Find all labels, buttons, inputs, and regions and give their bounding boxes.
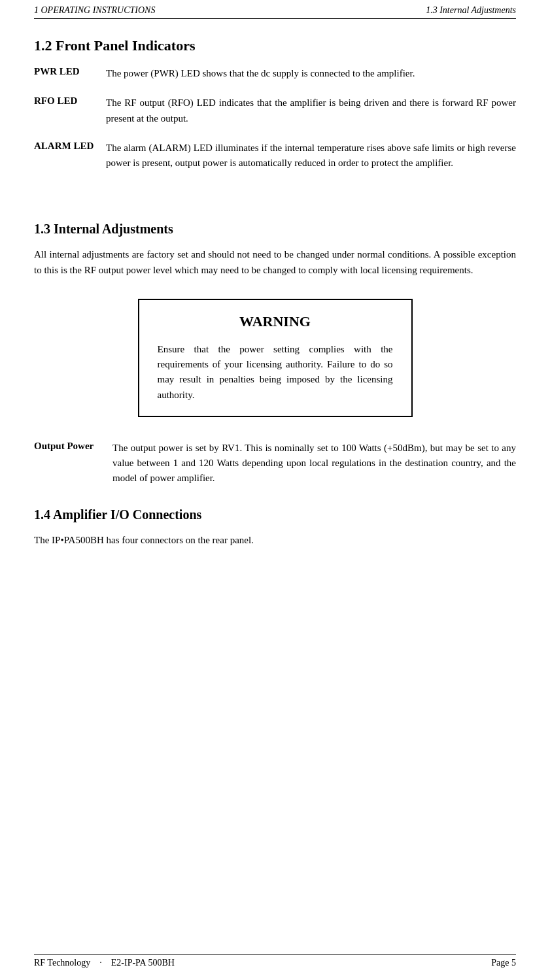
alarm-led-entry: ALARM LED The alarm (ALARM) LED illumina… xyxy=(34,141,516,171)
footer-separator: · xyxy=(99,958,102,968)
rfo-led-entry: RFO LED The RF output (RFO) LED indicate… xyxy=(34,95,516,126)
footer-left: RF Technology · E2-IP-PA 500BH xyxy=(34,958,175,968)
alarm-led-text: The alarm (ALARM) LED illuminates if the… xyxy=(106,141,516,171)
section-13-heading: 1.3 Internal Adjustments xyxy=(34,222,516,237)
alarm-led-label: ALARM LED xyxy=(34,141,106,152)
page-header: 1 OPERATING INSTRUCTIONS 1.3 Internal Ad… xyxy=(34,0,516,19)
pwr-led-label: PWR LED xyxy=(34,66,106,77)
section-14-heading: 1.4 Amplifier I/O Connections xyxy=(34,507,516,522)
header-right: 1.3 Internal Adjustments xyxy=(426,5,516,16)
footer-company: RF Technology xyxy=(34,958,90,968)
spacer-1 xyxy=(34,185,516,203)
output-power-label: Output Power xyxy=(34,441,112,452)
section-12: 1.2 Front Panel Indicators PWR LED The p… xyxy=(34,37,516,171)
section-14-text: The IP•PA500BH has four connectors on th… xyxy=(34,533,516,548)
pwr-led-text: The power (PWR) LED shows that the dc su… xyxy=(106,66,516,81)
section-14: 1.4 Amplifier I/O Connections The IP•PA5… xyxy=(34,507,516,548)
warning-text: Ensure that the power setting complies w… xyxy=(158,342,393,403)
section-13-intro: All internal adjustments are factory set… xyxy=(34,247,516,278)
rfo-led-text: The RF output (RFO) LED indicates that t… xyxy=(106,95,516,126)
pwr-led-entry: PWR LED The power (PWR) LED shows that t… xyxy=(34,66,516,81)
main-content: 1.2 Front Panel Indicators PWR LED The p… xyxy=(34,19,516,548)
section-13: 1.3 Internal Adjustments All internal ad… xyxy=(34,222,516,486)
warning-title: WARNING xyxy=(158,313,393,330)
warning-container: WARNING Ensure that the power setting co… xyxy=(34,299,516,417)
page-container: 1 OPERATING INSTRUCTIONS 1.3 Internal Ad… xyxy=(0,0,550,980)
output-power-entry: Output Power The output power is set by … xyxy=(34,441,516,486)
output-power-text: The output power is set by RV1. This is … xyxy=(112,441,516,486)
footer-product: E2-IP-PA 500BH xyxy=(111,958,175,968)
footer-page: Page 5 xyxy=(491,958,516,968)
page-footer: RF Technology · E2-IP-PA 500BH Page 5 xyxy=(34,954,516,968)
header-left: 1 OPERATING INSTRUCTIONS xyxy=(34,5,155,16)
rfo-led-label: RFO LED xyxy=(34,95,106,107)
section-12-heading: 1.2 Front Panel Indicators xyxy=(34,37,516,54)
warning-box: WARNING Ensure that the power setting co… xyxy=(138,299,413,417)
